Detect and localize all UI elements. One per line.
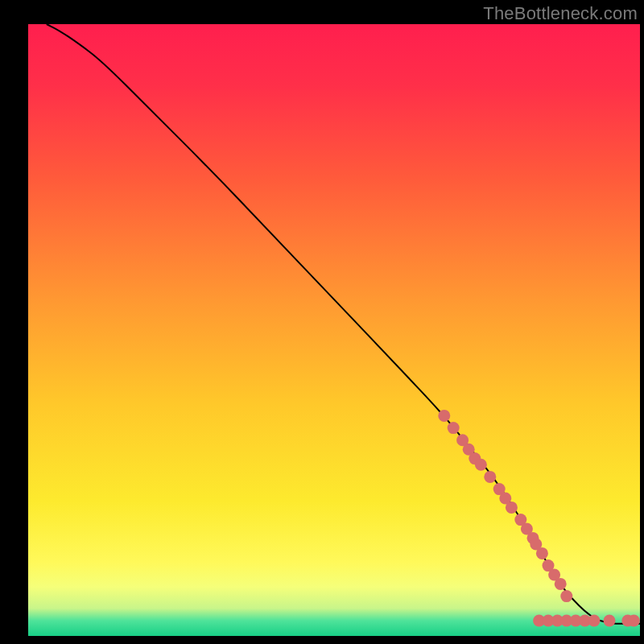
chart-marker <box>628 615 640 627</box>
chart-marker <box>555 578 567 590</box>
chart-marker <box>438 410 450 422</box>
chart-marker <box>484 471 496 483</box>
chart-marker <box>560 590 572 602</box>
chart-marker <box>506 502 518 514</box>
chart-gradient-bg <box>28 24 640 636</box>
chart-marker <box>448 422 460 434</box>
chart-svg <box>0 0 644 644</box>
watermark-text: TheBottleneck.com <box>483 3 638 24</box>
chart-container: TheBottleneck.com <box>0 0 644 644</box>
chart-marker <box>604 615 616 627</box>
chart-marker <box>475 459 487 471</box>
chart-marker <box>536 547 548 559</box>
chart-marker <box>588 615 601 627</box>
